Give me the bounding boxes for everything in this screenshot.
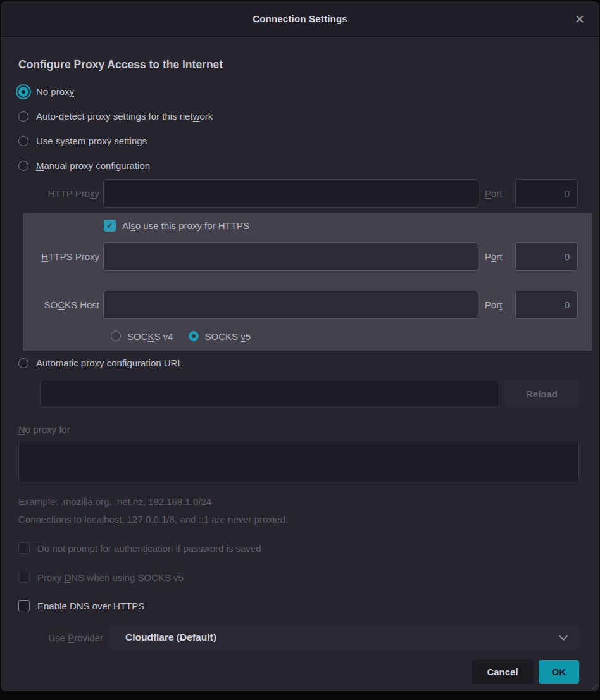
radio-auto-config-url-label: Automatic proxy configuration URL [36, 358, 183, 368]
radio-row-auto-detect[interactable]: Auto-detect proxy settings for this netw… [18, 104, 579, 128]
cancel-button[interactable]: Cancel [472, 660, 534, 684]
also-use-https-row[interactable]: ✓ Also use this proxy for HTTPS [104, 218, 578, 232]
no-proxy-for-textarea[interactable] [18, 441, 579, 482]
http-proxy-row: HTTP Proxy Port [18, 179, 579, 208]
http-proxy-label: HTTP Proxy [18, 188, 103, 199]
dialog-content: Configure Proxy Access to the Internet N… [1, 37, 599, 684]
radio-manual-proxy[interactable] [18, 161, 28, 171]
provider-dropdown[interactable]: Cloudflare (Default) [109, 624, 579, 651]
check-icon: ✓ [106, 220, 114, 230]
no-prompt-auth-label: Do not prompt for authentication if pass… [37, 543, 261, 554]
dialog-title: Connection Settings [253, 13, 347, 24]
auto-config-url-input[interactable] [40, 380, 499, 408]
socks-version-row: SOCKS v4 SOCKS v5 [111, 327, 578, 345]
radio-row-system-proxy[interactable]: Use system proxy settings [18, 128, 579, 153]
no-proxy-example-text: Example: .mozilla.org, .net.nz, 192.168.… [18, 496, 579, 507]
radio-row-manual-proxy[interactable]: Manual proxy configuration [18, 153, 579, 178]
radio-socks-v4[interactable] [111, 331, 121, 341]
close-icon[interactable]: ✕ [570, 9, 589, 28]
dialog-titlebar: Connection Settings ✕ [1, 1, 599, 37]
radio-system-proxy[interactable] [18, 136, 28, 146]
proxy-dns-checkbox[interactable] [18, 572, 30, 583]
socks-v4-label: SOCKS v4 [127, 331, 173, 342]
dialog-footer: Cancel OK [18, 660, 579, 684]
enable-doh-row[interactable]: Enable DNS over HTTPS [18, 600, 579, 611]
radio-row-auto-config-url[interactable]: Automatic proxy configuration URL [18, 351, 579, 375]
proxy-dns-row[interactable]: Proxy DNS when using SOCKS v5 [18, 572, 579, 583]
chevron-down-icon [559, 632, 568, 641]
enable-doh-checkbox[interactable] [18, 600, 30, 611]
http-port-input[interactable] [515, 179, 578, 208]
use-provider-label: Use Provider [18, 632, 109, 643]
socks-host-label: SOCKS Host [23, 299, 103, 310]
enable-doh-label: Enable DNS over HTTPS [37, 601, 144, 611]
socks-port-input[interactable] [515, 291, 578, 319]
https-port-input[interactable] [515, 242, 578, 271]
no-proxy-note-text: Connections to localhost, 127.0.0.1/8, a… [18, 514, 579, 525]
proxy-dns-label: Proxy DNS when using SOCKS v5 [37, 572, 184, 583]
https-proxy-row: HTTPS Proxy Port [23, 242, 578, 271]
ok-button[interactable]: OK [539, 660, 579, 684]
http-port-label: Port [485, 188, 510, 199]
socks-v5-label: SOCKS v5 [205, 331, 251, 342]
https-proxy-label: HTTPS Proxy [23, 251, 103, 262]
also-use-https-label: Also use this proxy for HTTPS [122, 220, 249, 231]
radio-no-proxy-label: No proxy [36, 86, 74, 97]
socks-port-label: Port [485, 299, 510, 310]
no-prompt-auth-checkbox[interactable] [18, 542, 30, 554]
radio-no-proxy[interactable] [18, 87, 28, 97]
socks-host-row: SOCKS Host Port [23, 291, 578, 319]
provider-row: Use Provider Cloudflare (Default) [18, 624, 579, 651]
radio-system-proxy-label: Use system proxy settings [36, 135, 147, 146]
also-use-https-checkbox[interactable]: ✓ [104, 220, 116, 232]
auto-config-url-row: Reload [40, 380, 579, 408]
https-socks-highlight-section: ✓ Also use this proxy for HTTPS HTTPS Pr… [23, 213, 592, 351]
socks-host-input[interactable] [103, 291, 478, 319]
connection-settings-dialog: Connection Settings ✕ Configure Proxy Ac… [1, 1, 599, 691]
radio-row-no-proxy[interactable]: No proxy [18, 79, 579, 104]
radio-auto-detect[interactable] [18, 111, 28, 122]
radio-auto-config-url[interactable] [18, 358, 28, 368]
no-prompt-auth-row[interactable]: Do not prompt for authentication if pass… [18, 542, 579, 554]
http-proxy-input[interactable] [103, 179, 478, 208]
reload-button[interactable]: Reload [504, 380, 579, 408]
socks-v4-option[interactable]: SOCKS v4 [111, 331, 173, 342]
radio-auto-detect-label: Auto-detect proxy settings for this netw… [36, 111, 213, 122]
page-title: Configure Proxy Access to the Internet [18, 58, 579, 72]
socks-v5-option[interactable]: SOCKS v5 [189, 331, 251, 342]
radio-socks-v5[interactable] [189, 331, 199, 341]
https-proxy-input[interactable] [103, 242, 478, 271]
provider-dropdown-value: Cloudflare (Default) [125, 632, 216, 643]
https-port-label: Port [485, 251, 510, 262]
radio-manual-proxy-label: Manual proxy configuration [36, 160, 150, 171]
no-proxy-for-label: No proxy for [18, 424, 579, 435]
